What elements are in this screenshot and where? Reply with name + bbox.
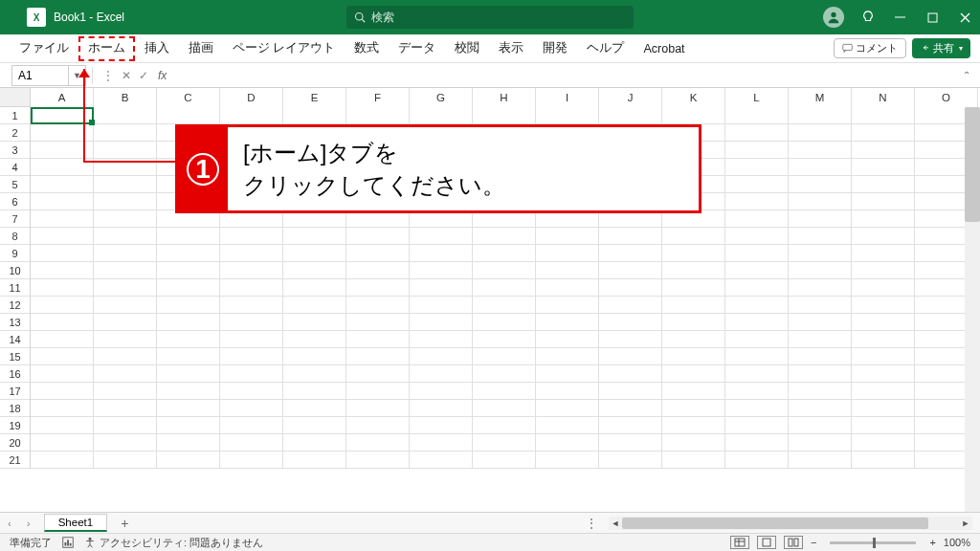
cell[interactable] (94, 365, 157, 383)
cell[interactable] (599, 417, 662, 434)
cell[interactable] (473, 365, 536, 383)
row-header[interactable]: 21 (0, 452, 30, 469)
cell[interactable] (789, 314, 852, 331)
horizontal-scroll-thumb[interactable] (622, 518, 928, 529)
cell[interactable] (725, 279, 789, 297)
cell[interactable] (94, 297, 157, 314)
cell[interactable] (662, 245, 725, 262)
cell[interactable] (725, 176, 789, 193)
cell[interactable] (220, 365, 283, 383)
cell[interactable] (599, 107, 662, 124)
cell[interactable] (536, 365, 599, 383)
cell[interactable] (852, 176, 915, 193)
cell[interactable] (220, 279, 283, 297)
vertical-scroll-thumb[interactable] (965, 107, 980, 222)
row-header[interactable]: 17 (0, 383, 30, 400)
cell[interactable] (536, 383, 599, 400)
cell[interactable] (94, 142, 157, 159)
cell[interactable] (852, 262, 915, 279)
zoom-slider[interactable] (830, 541, 916, 544)
cell[interactable] (725, 124, 789, 142)
cell[interactable] (599, 245, 662, 262)
zoom-out-button[interactable]: − (811, 537, 816, 548)
row-header[interactable]: 5 (0, 176, 30, 193)
cell[interactable] (662, 434, 725, 452)
cell[interactable] (599, 400, 662, 417)
cell[interactable] (599, 348, 662, 365)
cell[interactable] (283, 348, 346, 365)
cell[interactable] (283, 400, 346, 417)
cell[interactable] (31, 262, 94, 279)
cell[interactable] (410, 331, 473, 348)
cell[interactable] (410, 245, 473, 262)
cell[interactable] (410, 262, 473, 279)
cell[interactable] (220, 331, 283, 348)
cell[interactable] (94, 245, 157, 262)
tab-表示[interactable]: 表示 (489, 34, 533, 63)
maximize-button[interactable] (924, 12, 940, 23)
row-header[interactable]: 9 (0, 245, 30, 262)
cell[interactable] (852, 452, 915, 469)
cell[interactable] (662, 417, 725, 434)
cell[interactable] (220, 452, 283, 469)
column-header[interactable]: I (536, 88, 599, 107)
sheet-tab[interactable]: Sheet1 (44, 514, 107, 532)
cell[interactable] (599, 434, 662, 452)
cell[interactable] (346, 365, 410, 383)
cell[interactable] (31, 228, 94, 245)
cell[interactable] (852, 193, 915, 210)
cell[interactable] (94, 314, 157, 331)
cell[interactable] (31, 314, 94, 331)
cell[interactable] (789, 176, 852, 193)
cell[interactable] (220, 417, 283, 434)
cell[interactable] (346, 314, 410, 331)
cell[interactable] (410, 417, 473, 434)
cell[interactable] (346, 417, 410, 434)
cell[interactable] (31, 193, 94, 210)
lightbulb-icon[interactable] (861, 11, 875, 24)
cell[interactable] (473, 417, 536, 434)
cell[interactable] (852, 297, 915, 314)
user-avatar[interactable] (823, 7, 844, 28)
cell[interactable] (725, 331, 789, 348)
cell[interactable] (283, 331, 346, 348)
cell[interactable] (536, 434, 599, 452)
cell[interactable] (725, 193, 789, 210)
cell[interactable] (283, 417, 346, 434)
cell[interactable] (283, 383, 346, 400)
cell[interactable] (283, 279, 346, 297)
scroll-right-icon[interactable]: ► (959, 518, 972, 528)
column-header[interactable]: N (852, 88, 915, 107)
cell[interactable] (662, 228, 725, 245)
zoom-in-button[interactable]: + (929, 537, 935, 548)
cell[interactable] (473, 279, 536, 297)
collapse-formula-icon[interactable]: ⌃ (963, 70, 970, 80)
cell[interactable] (852, 245, 915, 262)
cell[interactable] (157, 245, 220, 262)
name-box[interactable]: A1 (11, 65, 69, 86)
cell[interactable] (473, 228, 536, 245)
row-header[interactable]: 16 (0, 365, 30, 383)
cell[interactable] (410, 452, 473, 469)
cell[interactable] (94, 452, 157, 469)
row-header[interactable]: 4 (0, 159, 30, 176)
cell[interactable] (725, 400, 789, 417)
more-icon[interactable]: ⋮ (99, 69, 118, 82)
column-header[interactable]: L (725, 88, 789, 107)
cell[interactable] (346, 297, 410, 314)
cell[interactable] (789, 297, 852, 314)
cell[interactable] (283, 452, 346, 469)
cell[interactable] (662, 331, 725, 348)
cell[interactable] (157, 279, 220, 297)
cell[interactable] (473, 434, 536, 452)
row-header[interactable]: 6 (0, 193, 30, 210)
cell[interactable] (283, 107, 346, 124)
cell[interactable] (94, 417, 157, 434)
cell[interactable] (725, 228, 789, 245)
cell[interactable] (94, 262, 157, 279)
row-header[interactable]: 20 (0, 434, 30, 452)
cell[interactable] (410, 400, 473, 417)
cell[interactable] (536, 348, 599, 365)
page-break-view-button[interactable] (784, 536, 803, 549)
cell[interactable] (31, 297, 94, 314)
